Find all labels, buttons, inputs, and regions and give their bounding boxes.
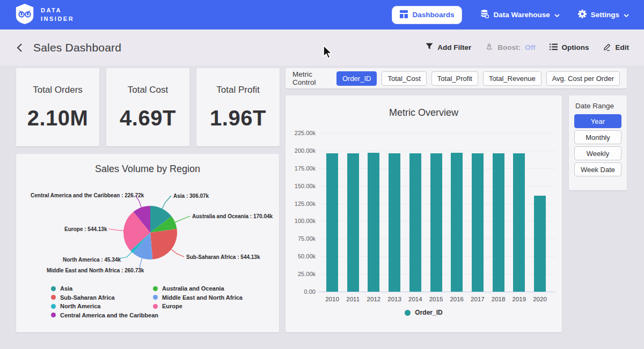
brand-text: DATA INSIDER bbox=[41, 6, 74, 24]
bar-2015 bbox=[430, 153, 442, 292]
options-button[interactable]: Options bbox=[550, 43, 589, 52]
y-axis-tick-label: 125.00k bbox=[286, 201, 316, 207]
kpi-label: Total Cost bbox=[128, 85, 169, 95]
list-icon bbox=[550, 43, 558, 52]
database-icon bbox=[480, 10, 489, 20]
x-axis-tick-label: 2011 bbox=[342, 296, 364, 302]
settings-label: Settings bbox=[591, 11, 619, 19]
dashboard-grid-icon bbox=[400, 10, 408, 20]
bar-chart-plot: 225.00k200.00k175.00k150.00k125.00k100.0… bbox=[286, 95, 562, 332]
metric-option-order-id[interactable]: Order_ID bbox=[336, 71, 377, 86]
bar-gridline bbox=[319, 292, 555, 292]
x-axis-tick-label: 2017 bbox=[467, 296, 488, 302]
date-range-option-week-date[interactable]: Week Date bbox=[574, 162, 621, 176]
x-axis-tick-label: 2018 bbox=[488, 296, 509, 302]
bar-2019 bbox=[513, 153, 525, 292]
legend-label: North America bbox=[60, 303, 100, 309]
date-range-options: YearMonthlyWeeklyWeek Date bbox=[574, 114, 621, 176]
x-axis-tick-label: 2016 bbox=[446, 296, 467, 302]
date-range-option-weekly[interactable]: Weekly bbox=[574, 146, 621, 160]
filter-icon bbox=[426, 43, 433, 52]
pencil-icon bbox=[603, 43, 611, 53]
bar-chart-legend: Order_ID bbox=[286, 309, 562, 316]
metric-option-total-profit[interactable]: Total_Profit bbox=[431, 71, 478, 86]
legend-label: Middle East and North Africa bbox=[162, 294, 243, 301]
legend-color-dot bbox=[51, 295, 56, 300]
metric-control-options: Order_IDTotal_CostTotal_ProfitTotal_Reve… bbox=[336, 71, 620, 86]
bar-2012 bbox=[368, 153, 379, 292]
pie-legend-item: Europe bbox=[153, 302, 243, 311]
back-button[interactable] bbox=[15, 42, 24, 54]
x-axis-tick-label: 2020 bbox=[529, 296, 551, 302]
bar-2011 bbox=[347, 153, 359, 292]
sales-volume-card: Sales Volume by Region Asia : 306.07kAus… bbox=[16, 154, 279, 332]
legend-color-dot bbox=[153, 304, 158, 309]
brand-line-2: INSIDER bbox=[41, 15, 74, 24]
data-warehouse-label: Data Warehouse bbox=[493, 11, 550, 19]
pie-legend-item: Australia and Oceania bbox=[153, 284, 243, 293]
kpi-card-total-orders: Total Orders 2.10M bbox=[16, 68, 99, 146]
pie-slice-label: Europe : 544.13k bbox=[64, 226, 107, 232]
chevron-down-icon bbox=[624, 11, 629, 19]
x-axis-tick-label: 2014 bbox=[405, 296, 426, 302]
date-range-label: Date Range bbox=[575, 102, 621, 110]
edit-label: Edit bbox=[616, 43, 630, 51]
page-title: Sales Dashboard bbox=[33, 41, 121, 54]
gear-icon bbox=[578, 10, 587, 20]
legend-color-dot bbox=[153, 295, 158, 300]
y-axis-tick-label: 50.00k bbox=[286, 253, 316, 259]
metric-option-total-cost[interactable]: Total_Cost bbox=[382, 71, 426, 86]
y-axis-tick-label: 200.00k bbox=[286, 147, 316, 154]
edit-button[interactable]: Edit bbox=[603, 43, 630, 53]
pie-slice-label: Middle East and North Africa : 260.73k bbox=[47, 268, 144, 273]
app-root: DATA INSIDER Dashboards bbox=[0, 0, 644, 349]
kpi-value: 1.96T bbox=[210, 106, 266, 130]
dashboards-label: Dashboards bbox=[412, 11, 454, 19]
y-axis-tick-label: 75.00k bbox=[286, 235, 316, 242]
bar-2017 bbox=[472, 153, 484, 292]
bar-2014 bbox=[409, 153, 421, 292]
settings-menu[interactable]: Settings bbox=[578, 10, 629, 20]
dashboards-button[interactable]: Dashboards bbox=[392, 6, 462, 24]
date-range-option-year[interactable]: Year bbox=[574, 114, 621, 128]
y-axis-tick-label: 100.00k bbox=[286, 218, 316, 224]
pie-legend-item: Central America and the Caribbean bbox=[51, 311, 158, 320]
legend-color-dot bbox=[153, 286, 158, 291]
bar-2010 bbox=[326, 153, 338, 292]
metric-option-avg-cost-per-order[interactable]: Avg. Cost per Order bbox=[546, 71, 620, 86]
x-axis-tick-label: 2013 bbox=[384, 296, 405, 302]
bar-2020 bbox=[534, 196, 546, 292]
kpi-value: 2.10M bbox=[27, 106, 89, 130]
x-axis-tick-label: 2010 bbox=[321, 296, 343, 302]
chevron-down-icon bbox=[554, 11, 560, 19]
y-axis-tick-label: 225.00k bbox=[286, 130, 316, 136]
add-filter-button[interactable]: Add Filter bbox=[426, 43, 471, 52]
x-axis-tick-label: 2012 bbox=[363, 296, 384, 302]
brand[interactable]: DATA INSIDER bbox=[15, 3, 74, 27]
date-range-option-monthly[interactable]: Monthly bbox=[574, 130, 621, 144]
bar-2018 bbox=[493, 153, 504, 292]
data-warehouse-menu[interactable]: Data Warehouse bbox=[480, 10, 559, 20]
kpi-value: 4.69T bbox=[120, 106, 176, 130]
kpi-card-total-profit: Total Profit 1.96T bbox=[196, 68, 280, 146]
x-axis-tick-label: 2015 bbox=[426, 296, 447, 302]
pie-legend-item: Asia bbox=[51, 284, 158, 293]
boost-label: Boost: bbox=[497, 43, 521, 51]
pie-slice-label: Central America and the Caribbean : 226.… bbox=[31, 192, 144, 198]
metric-option-total-revenue[interactable]: Total_Revenue bbox=[483, 71, 541, 86]
kpi-label: Total Orders bbox=[33, 85, 83, 95]
add-filter-label: Add Filter bbox=[437, 43, 471, 51]
kpi-card-total-cost: Total Cost 4.69T bbox=[106, 68, 189, 146]
metric-control-label: Metric Control bbox=[292, 70, 330, 86]
pie-slice-label: North America : 45.34k bbox=[63, 257, 121, 263]
metric-control-bar: Metric Control Order_IDTotal_CostTotal_P… bbox=[286, 68, 627, 88]
bar-2013 bbox=[389, 153, 400, 292]
legend-color-dot bbox=[51, 286, 56, 291]
legend-label: Central America and the Caribbean bbox=[60, 312, 158, 318]
pie-legend-item: Sub-Saharan Africa bbox=[51, 293, 158, 302]
y-axis-tick-label: 25.00k bbox=[286, 271, 316, 277]
y-axis-tick-label: 0.00 bbox=[286, 288, 316, 295]
bar-gridline bbox=[319, 151, 555, 151]
x-axis-tick-label: 2019 bbox=[508, 296, 530, 302]
boost-toggle[interactable]: Boost: Off bbox=[485, 43, 535, 53]
